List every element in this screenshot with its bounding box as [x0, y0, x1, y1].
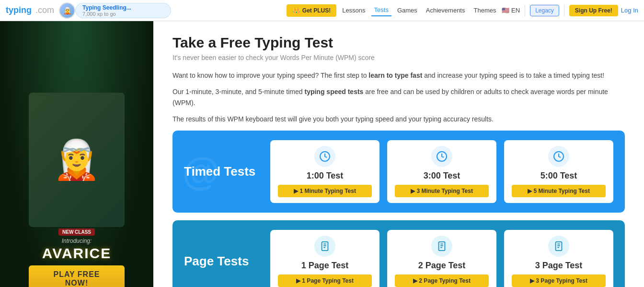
sidebar-ad: 🧝 NEW CLASS Introducing: AVARICE PLAY FR…	[0, 21, 153, 287]
timed-test-time-1: 1:00 Test	[278, 171, 372, 181]
page-icon-2	[431, 236, 452, 257]
nav-tests[interactable]: Tests	[371, 4, 391, 16]
timed-test-time-2: 3:00 Test	[395, 171, 489, 181]
logo-dot: .com	[35, 5, 54, 15]
nav-themes[interactable]: Themes	[471, 5, 499, 16]
nav-achievements[interactable]: Achievements	[423, 5, 468, 16]
crown-icon: 👑	[292, 7, 300, 14]
get-plus-button[interactable]: 👑 Get PLUS!	[287, 4, 336, 17]
language-selector[interactable]: 🇺🇸 EN	[502, 7, 520, 14]
introducing-text: Introducing:	[29, 238, 125, 244]
play-button[interactable]: PLAY FREE NOW!	[29, 265, 125, 287]
nav-divider-2	[564, 5, 564, 16]
user-info[interactable]: Typing Seedling... 7,000 xp to go	[75, 3, 171, 18]
page-test-card-1: 1 Page Test ▶ 1 Page Typing Test	[270, 230, 380, 287]
page-icon-3	[548, 236, 569, 257]
main-layout: 🧝 NEW CLASS Introducing: AVARICE PLAY FR…	[0, 21, 644, 287]
signup-button[interactable]: Sign Up Free!	[569, 5, 618, 16]
avatar[interactable]: 🧝	[59, 2, 75, 19]
logo-text: typing	[6, 5, 32, 15]
page-test-card-2: 2 Page Test ▶ 2 Page Typing Test	[387, 230, 496, 287]
page-test-btn-2[interactable]: ▶ 2 Page Typing Test	[395, 275, 489, 287]
timed-tests-section: @ Timed Tests 1:00 Test ▶ 1 Minute Typin…	[172, 131, 625, 213]
page-title: Take a Free Typing Test	[172, 35, 625, 51]
page-test-cards: 1 Page Test ▶ 1 Page Typing Test 2 Page …	[270, 230, 613, 287]
timed-test-btn-3[interactable]: ▶ 5 Minute Typing Test	[512, 185, 606, 197]
desc-1: Want to know how to improve your typing …	[172, 70, 625, 81]
header-nav: 👑 Get PLUS! Lessons Tests Games Achievem…	[175, 4, 638, 17]
logo[interactable]: typing .com	[6, 5, 54, 15]
timed-test-cards: 1:00 Test ▶ 1 Minute Typing Test 3:00 Te…	[270, 140, 613, 203]
clock-icon-3	[548, 146, 569, 167]
page-icon-1	[314, 236, 335, 257]
clock-icon-1	[314, 146, 335, 167]
timed-test-card-2: 3:00 Test ▶ 3 Minute Typing Test	[387, 140, 496, 203]
timed-test-btn-1[interactable]: ▶ 1 Minute Typing Test	[278, 185, 372, 197]
nav-lessons[interactable]: Lessons	[339, 5, 368, 16]
timed-test-time-3: 5:00 Test	[512, 171, 606, 181]
user-xp: 7,000 xp to go	[82, 11, 164, 17]
page-test-btn-3[interactable]: ▶ 3 Page Typing Test	[512, 275, 606, 287]
nav-games[interactable]: Games	[394, 5, 420, 16]
page-test-pages-1: 1 Page Test	[278, 261, 372, 271]
page-test-pages-2: 2 Page Test	[395, 261, 489, 271]
game-title: AVARICE	[29, 245, 125, 262]
nav-divider	[525, 5, 525, 16]
desc-3: The results of this WPM keyboard test wi…	[172, 114, 625, 124]
login-button[interactable]: Log In	[621, 7, 638, 14]
timed-test-card-3: 5:00 Test ▶ 5 Minute Typing Test	[504, 140, 613, 203]
timed-test-card-1: 1:00 Test ▶ 1 Minute Typing Test	[270, 140, 380, 203]
page-test-card-3: 3 Page Test ▶ 3 Page Typing Test	[504, 230, 613, 287]
timed-test-btn-2[interactable]: ▶ 3 Minute Typing Test	[395, 185, 489, 197]
main-content: @benchmarking Take a Free Typing Test It…	[153, 21, 644, 287]
legacy-button[interactable]: Legacy	[530, 5, 559, 16]
page-tests-title: Page Tests	[184, 254, 261, 269]
timed-tests-title: Timed Tests	[184, 164, 261, 179]
sidebar-text: NEW CLASS Introducing: AVARICE PLAY FREE…	[19, 227, 134, 287]
page-test-pages-3: 3 Page Test	[512, 261, 606, 271]
page-tests-section: Page Tests 1 Page Test ▶ 1 Page Typing T…	[172, 220, 625, 287]
new-class-badge: NEW CLASS	[58, 228, 95, 236]
desc-2: Our 1-minute, 3-minute, and 5-minute tim…	[172, 86, 625, 108]
header: typing .com 🧝 Typing Seedling... 7,000 x…	[0, 0, 644, 21]
page-test-btn-1[interactable]: ▶ 1 Page Typing Test	[278, 275, 372, 287]
page-subtitle: It's never been easier to check your Wor…	[172, 54, 625, 61]
sidebar-character: 🧝	[19, 93, 134, 227]
character-image: 🧝	[29, 93, 125, 227]
clock-icon-2	[431, 146, 452, 167]
user-name: Typing Seedling...	[82, 4, 164, 11]
